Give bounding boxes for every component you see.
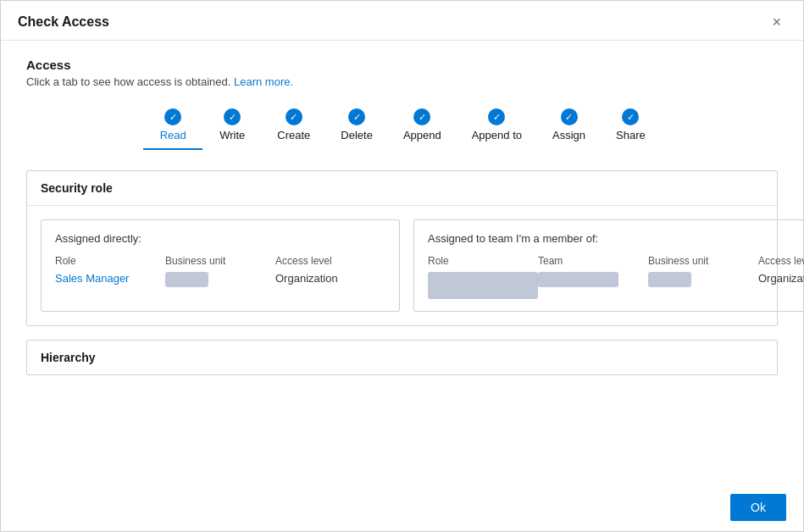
assigned-directly-box: Assigned directly: Role Business unit Ac…: [41, 219, 400, 312]
business-unit-blurred: can731: [165, 272, 208, 287]
tab-write[interactable]: ✓ Write: [202, 105, 262, 150]
team-role-cell: Common Data Servi...: [428, 272, 538, 299]
dialog-footer: Ok: [1, 484, 803, 531]
tab-check-assign: ✓: [561, 108, 578, 125]
col-header-team-access: Access level: [758, 255, 804, 267]
tab-label-read: Read: [160, 129, 186, 141]
tab-check-read: ✓: [164, 108, 181, 125]
assigned-team-title: Assigned to team I'm a member of:: [428, 232, 804, 245]
team-role-blurred: Common Data Servi...: [428, 272, 538, 299]
tab-check-delete: ✓: [348, 108, 365, 125]
role-cell: Sales Manager: [55, 272, 165, 285]
col-header-team: Team: [538, 255, 648, 267]
hierarchy-section: Hierarchy: [26, 340, 778, 375]
tab-check-append-to: ✓: [488, 108, 505, 125]
dialog-body: Access Click a tab to see how access is …: [1, 41, 803, 484]
tab-label-assign: Assign: [552, 129, 585, 141]
assigned-team-row: Common Data Servi... test group team can…: [428, 272, 804, 299]
tab-check-append: ✓: [413, 108, 430, 125]
dialog-header: Check Access ×: [1, 1, 803, 41]
tab-label-create: Create: [277, 129, 310, 141]
hierarchy-header: Hierarchy: [27, 341, 777, 374]
team-name-cell: test group team: [538, 272, 648, 287]
tab-append-to[interactable]: ✓ Append to: [457, 105, 537, 150]
security-role-content: Assigned directly: Role Business unit Ac…: [27, 206, 777, 325]
dialog-title: Check Access: [18, 14, 109, 30]
access-subtext: Click a tab to see how access is obtaine…: [26, 75, 778, 88]
ok-button[interactable]: Ok: [730, 494, 786, 521]
tab-label-append-to: Append to: [472, 129, 522, 141]
close-button[interactable]: ×: [767, 13, 786, 31]
assigned-team-headers: Role Team Business unit Access level: [428, 255, 804, 267]
tab-read[interactable]: ✓ Read: [143, 105, 202, 150]
access-heading: Access: [26, 58, 778, 72]
tab-create[interactable]: ✓ Create: [262, 105, 325, 150]
tab-append[interactable]: ✓ Append: [388, 105, 457, 150]
security-role-header: Security role: [27, 171, 777, 206]
col-header-role: Role: [55, 255, 165, 267]
team-bu-blurred: can731: [648, 272, 691, 287]
tab-check-create: ✓: [286, 108, 302, 125]
tabs-row: ✓ Read ✓ Write ✓ Create ✓ Delete ✓ Appen…: [26, 105, 778, 150]
business-unit-cell: can731: [165, 272, 275, 287]
tab-check-share: ✓: [622, 108, 639, 125]
learn-more-link[interactable]: Learn more.: [234, 75, 293, 88]
tab-label-delete: Delete: [341, 129, 373, 141]
tab-label-share: Share: [616, 129, 646, 141]
assigned-team-box: Assigned to team I'm a member of: Role T…: [413, 219, 804, 312]
team-bu-cell: can731: [648, 272, 758, 287]
team-access-cell: Organization: [758, 272, 804, 285]
col-header-team-bu: Business unit: [648, 255, 758, 267]
tab-label-write: Write: [219, 129, 245, 141]
assigned-directly-row: Sales Manager can731 Organization: [55, 272, 385, 287]
access-level-cell: Organization: [275, 272, 385, 285]
assigned-directly-title: Assigned directly:: [55, 232, 385, 245]
security-role-section: Security role Assigned directly: Role Bu…: [26, 170, 778, 326]
tab-share[interactable]: ✓ Share: [601, 105, 661, 150]
tab-delete[interactable]: ✓ Delete: [325, 105, 388, 150]
col-header-access: Access level: [275, 255, 385, 267]
role-link[interactable]: Sales Manager: [55, 272, 129, 285]
team-name-blurred: test group team: [538, 272, 618, 287]
tab-assign[interactable]: ✓ Assign: [537, 105, 601, 150]
tab-label-append: Append: [403, 129, 441, 141]
col-header-team-role: Role: [428, 255, 538, 267]
assigned-directly-headers: Role Business unit Access level: [55, 255, 385, 267]
check-access-dialog: Check Access × Access Click a tab to see…: [0, 0, 804, 532]
col-header-bu: Business unit: [165, 255, 275, 267]
tab-check-write: ✓: [224, 108, 241, 125]
